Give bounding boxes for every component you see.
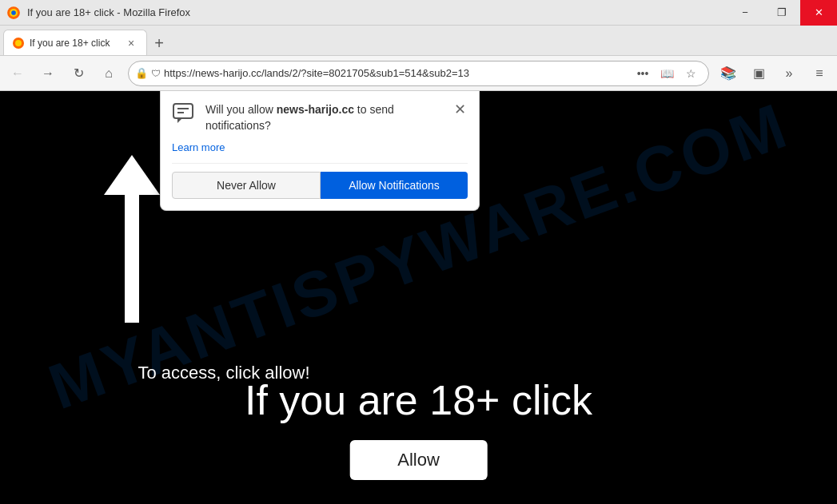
reload-button[interactable]: ↻ <box>64 60 93 87</box>
library-button[interactable]: 📚 <box>714 60 743 87</box>
address-bar-input[interactable] <box>164 67 628 79</box>
more-options-button[interactable]: ••• <box>632 62 654 85</box>
title-bar: If you are 18+ click - Mozilla Firefox −… <box>0 0 837 26</box>
title-bar-left: If you are 18+ click - Mozilla Firefox <box>6 6 190 20</box>
svg-point-2 <box>11 10 16 15</box>
nav-bar: ← → ↻ ⌂ 🔒 🛡 ••• 📖 ☆ 📚 ▣ » ≡ <box>0 56 837 91</box>
back-button[interactable]: ← <box>3 60 32 87</box>
page-title-text: If you are 18+ click <box>245 376 592 424</box>
browser-tab[interactable]: If you are 18+ click × <box>3 30 147 55</box>
svg-point-4 <box>15 40 22 46</box>
forward-button[interactable]: → <box>34 60 62 87</box>
title-bar-controls: − ❐ ✕ <box>727 0 837 26</box>
container-button[interactable]: ▣ <box>744 60 773 87</box>
reader-mode-button[interactable]: 📖 <box>656 62 678 85</box>
home-button[interactable]: ⌂ <box>94 60 123 87</box>
popup-close-button[interactable]: ✕ <box>452 102 468 117</box>
popup-message: Will you allow news-harijo.cc to send no… <box>205 102 452 133</box>
close-button[interactable]: ✕ <box>800 0 837 26</box>
lock-icon: 🔒 <box>135 67 148 79</box>
popup-buttons: Never Allow Allow Notifications <box>172 163 468 199</box>
address-bar-actions: ••• 📖 ☆ <box>632 62 702 85</box>
tab-close-button[interactable]: × <box>124 36 138 50</box>
tab-bar: If you are 18+ click × + <box>0 26 837 56</box>
allow-notifications-button[interactable]: Allow Notifications <box>321 172 468 199</box>
address-bar-container: 🔒 🛡 ••• 📖 ☆ <box>128 61 709 86</box>
tab-favicon-icon <box>12 37 25 50</box>
notification-popup: Will you allow news-harijo.cc to send no… <box>160 91 480 211</box>
page-arrow <box>96 155 168 334</box>
svg-marker-11 <box>177 118 182 123</box>
overflow-button[interactable]: » <box>775 60 803 87</box>
toolbar-right: 📚 ▣ » ≡ <box>714 60 834 87</box>
firefox-icon <box>6 6 21 20</box>
popup-site-name: news-harijo.cc <box>277 103 354 116</box>
bookmark-button[interactable]: ☆ <box>680 62 702 85</box>
minimize-button[interactable]: − <box>727 0 763 26</box>
popup-header-left: Will you allow news-harijo.cc to send no… <box>172 102 452 133</box>
popup-header: Will you allow news-harijo.cc to send no… <box>172 102 468 133</box>
window-title: If you are 18+ click - Mozilla Firefox <box>27 6 190 18</box>
arrow-icon <box>96 155 168 331</box>
browser-content: MYANTISPYWARE.COM To access, click allow… <box>0 91 837 504</box>
chat-bubble-icon <box>172 102 197 128</box>
new-tab-button[interactable]: + <box>147 31 171 55</box>
notification-icon <box>172 102 194 125</box>
popup-learn-more-link[interactable]: Learn more <box>172 141 225 153</box>
menu-button[interactable]: ≡ <box>805 60 834 87</box>
page-allow-button[interactable]: Allow <box>349 440 488 480</box>
tab-label: If you are 18+ click <box>30 38 119 49</box>
never-allow-button[interactable]: Never Allow <box>172 172 321 199</box>
svg-marker-7 <box>104 155 160 195</box>
svg-rect-8 <box>173 104 193 118</box>
shield-icon: 🛡 <box>151 68 161 79</box>
restore-button[interactable]: ❐ <box>763 0 800 26</box>
popup-message-start: Will you allow <box>205 103 277 116</box>
